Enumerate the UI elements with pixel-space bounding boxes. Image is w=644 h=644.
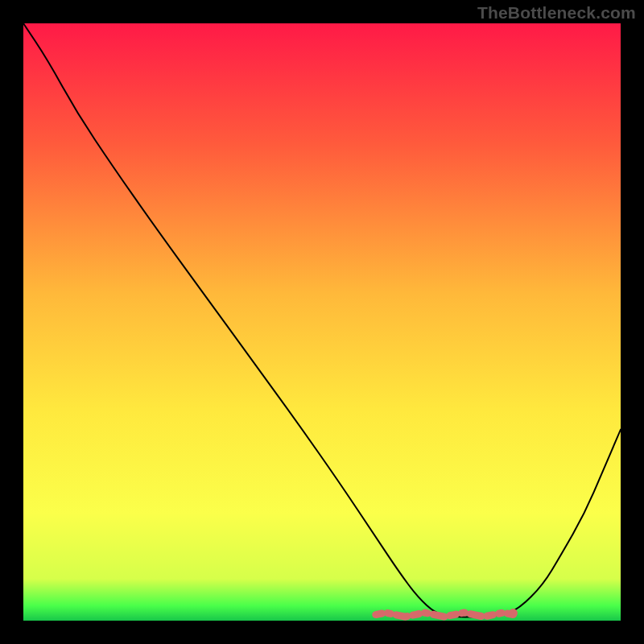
chart-frame: TheBottleneck.com <box>0 0 644 644</box>
ground-end-dot <box>509 609 518 617</box>
watermark-text: TheBottleneck.com <box>477 3 636 23</box>
ground-marker <box>376 613 514 617</box>
chart-svg <box>23 23 621 621</box>
gradient-background <box>23 23 621 621</box>
